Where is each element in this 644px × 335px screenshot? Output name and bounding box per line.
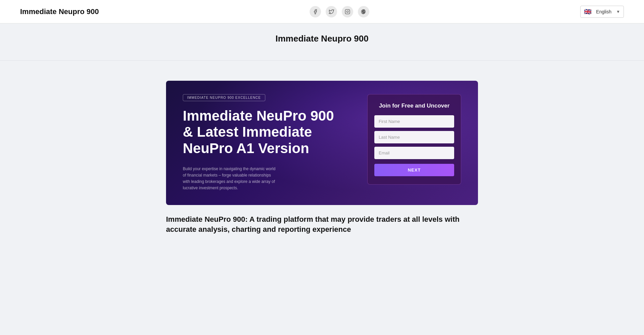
social-links	[310, 6, 369, 17]
main-content: Immediate NeuPro 900 EXCELLENCE Immediat…	[0, 64, 644, 248]
language-label: English	[596, 9, 611, 14]
signup-form-container: Join for Free and Uncover NEXT	[367, 94, 461, 185]
promo-heading: Immediate NeuPro 900 & Latest Immediate …	[183, 108, 347, 156]
signup-form: Join for Free and Uncover NEXT	[367, 94, 461, 185]
next-button[interactable]: NEXT	[374, 164, 454, 176]
hero-banner: Immediate Neupro 900	[0, 23, 644, 64]
hero-banner-title: Immediate Neupro 900	[0, 34, 644, 44]
instagram-icon[interactable]	[342, 6, 353, 17]
chevron-down-icon: ▼	[616, 9, 620, 14]
flag-icon: 🇬🇧	[584, 8, 591, 15]
twitter-icon[interactable]	[326, 6, 337, 17]
facebook-icon[interactable]	[310, 6, 321, 17]
promo-description: Build your expertise in navigating the d…	[183, 166, 277, 192]
site-title: Immediate Neupro 900	[20, 7, 99, 16]
header: Immediate Neupro 900	[0, 0, 644, 23]
sub-banner-divider	[0, 44, 644, 61]
email-input[interactable]	[374, 147, 454, 159]
language-selector[interactable]: 🇬🇧 English ▼	[580, 6, 624, 18]
pinterest-icon[interactable]	[358, 6, 369, 17]
excellence-badge: Immediate NeuPro 900 EXCELLENCE	[183, 94, 265, 101]
promo-left-column: Immediate NeuPro 900 EXCELLENCE Immediat…	[183, 94, 347, 192]
promo-card: Immediate NeuPro 900 EXCELLENCE Immediat…	[166, 81, 478, 205]
signup-form-title: Join for Free and Uncover	[374, 103, 454, 109]
last-name-input[interactable]	[374, 131, 454, 143]
first-name-input[interactable]	[374, 115, 454, 128]
article-heading: Immediate NeuPro 900: A trading platform…	[166, 214, 478, 235]
svg-rect-0	[345, 9, 350, 14]
